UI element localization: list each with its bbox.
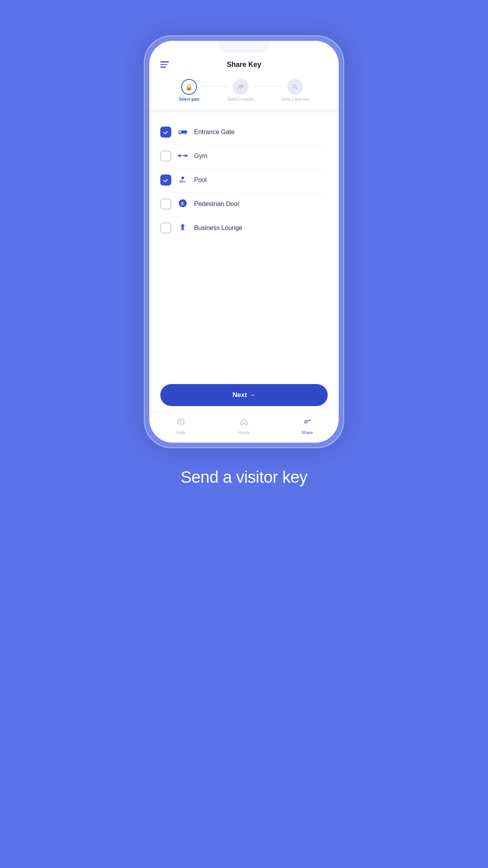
step-circle-select-contacts <box>233 79 248 95</box>
svg-rect-12 <box>181 155 185 156</box>
entrance-gate-icon <box>178 128 188 137</box>
step-send-key[interactable]: Send 1 time key <box>281 79 309 101</box>
step-circle-send-key <box>287 79 303 95</box>
svg-line-3 <box>296 88 298 90</box>
svg-point-6 <box>185 132 187 134</box>
bottom-nav: Help Home <box>149 412 339 443</box>
svg-point-17 <box>182 202 183 204</box>
svg-rect-20 <box>181 229 184 230</box>
nav-item-help[interactable]: Help <box>149 417 213 435</box>
svg-rect-21 <box>178 419 184 424</box>
home-icon <box>240 417 248 428</box>
hamburger-menu-icon[interactable] <box>160 61 169 68</box>
svg-point-7 <box>179 132 181 134</box>
gate-name-pedestrian-door: Pedestrian Door <box>194 200 240 208</box>
step-line-1 <box>200 86 227 87</box>
next-button[interactable]: Next → <box>160 384 328 406</box>
step-select-gate[interactable]: 🔒 Select gate <box>179 79 200 101</box>
svg-point-13 <box>182 177 184 179</box>
gate-name-gym: Gym <box>194 153 207 160</box>
phone-frame: Share Key 🔒 Select gate Select contacts <box>144 35 344 448</box>
step-label-select-contacts: Select contacts <box>227 97 254 101</box>
gym-icon <box>178 152 188 161</box>
svg-rect-10 <box>179 154 180 157</box>
checkbox-pool[interactable] <box>160 175 171 186</box>
next-button-container: Next → <box>149 376 339 412</box>
step-label-send-key: Send 1 time key <box>281 97 309 101</box>
checkbox-pedestrian-door[interactable] <box>160 199 171 210</box>
tagline: Send a visitor key <box>181 468 308 487</box>
page-title: Share Key <box>227 61 261 69</box>
business-lounge-icon <box>178 223 188 234</box>
svg-point-1 <box>240 85 242 87</box>
nav-label-help: Help <box>176 430 185 435</box>
next-button-label: Next → <box>233 391 256 399</box>
svg-point-0 <box>238 85 240 87</box>
gate-item-pool[interactable]: Pool <box>160 168 328 192</box>
gate-item-business-lounge[interactable]: Business Lounge <box>160 216 328 240</box>
share-key-icon <box>303 417 312 428</box>
phone-inner: Share Key 🔒 Select gate Select contacts <box>149 41 339 443</box>
help-icon <box>176 417 185 428</box>
svg-rect-5 <box>179 131 181 132</box>
svg-rect-19 <box>182 226 184 229</box>
gate-list: Entrance Gate Gym <box>149 112 339 376</box>
pedestrian-door-icon <box>178 199 188 210</box>
notch <box>218 41 270 53</box>
svg-point-25 <box>305 421 306 423</box>
checkbox-business-lounge[interactable] <box>160 223 171 234</box>
nav-label-home: Home <box>238 430 250 435</box>
step-select-contacts[interactable]: Select contacts <box>227 79 254 101</box>
step-circle-select-gate: 🔒 <box>181 79 197 95</box>
nav-item-home[interactable]: Home <box>213 417 276 435</box>
svg-rect-11 <box>185 154 186 157</box>
step-line-2 <box>253 86 281 87</box>
gate-name-entrance-gate: Entrance Gate <box>194 129 235 136</box>
gate-name-pool: Pool <box>194 177 207 184</box>
gate-item-pedestrian-door[interactable]: Pedestrian Door <box>160 192 328 216</box>
svg-marker-18 <box>181 223 185 226</box>
gate-item-entrance-gate[interactable]: Entrance Gate <box>160 120 328 144</box>
gate-item-gym[interactable]: Gym <box>160 144 328 168</box>
checkbox-gym[interactable] <box>160 151 171 162</box>
nav-item-share[interactable]: Share <box>275 417 339 435</box>
step-label-select-gate: Select gate <box>179 97 200 101</box>
pool-icon <box>178 176 188 185</box>
checkbox-entrance-gate[interactable] <box>160 127 171 138</box>
gate-name-business-lounge: Business Lounge <box>194 224 242 232</box>
steps-container: 🔒 Select gate Select contacts <box>149 75 339 109</box>
nav-label-share: Share <box>301 430 313 435</box>
